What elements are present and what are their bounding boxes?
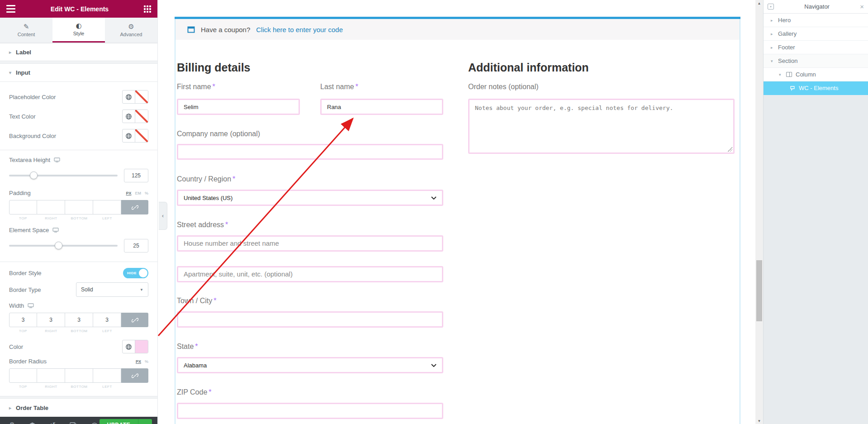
first-name-input[interactable]	[177, 99, 300, 115]
background-color-picker[interactable]	[122, 129, 148, 143]
country-select[interactable]: United States (US)	[177, 190, 443, 206]
unit-switcher: PX EM %	[126, 191, 148, 195]
element-space-slider[interactable]	[9, 245, 118, 247]
color-swatch-empty[interactable]	[135, 129, 148, 142]
globe-icon[interactable]	[123, 129, 135, 142]
padding-top-input[interactable]	[9, 200, 37, 214]
monitor-icon[interactable]	[28, 303, 34, 308]
slider-knob[interactable]	[55, 242, 62, 249]
update-button[interactable]: UPDATE	[100, 419, 138, 424]
tab-content[interactable]: ✎ Content	[0, 18, 52, 43]
close-icon[interactable]: ×	[860, 3, 864, 10]
company-input[interactable]	[177, 144, 443, 160]
street-address-2-input[interactable]	[177, 266, 443, 282]
link-values-button[interactable]	[121, 313, 148, 327]
direction-labels: TOP RIGHT BOTTOM LEFT	[9, 385, 148, 389]
nav-item-column[interactable]: ▾ Column	[764, 68, 868, 81]
nav-item-footer[interactable]: ▸ Footer	[764, 41, 868, 54]
unit-percent[interactable]: %	[145, 191, 148, 195]
element-space-label: Element Space	[9, 227, 59, 233]
link-values-button[interactable]	[121, 200, 148, 214]
zip-input[interactable]	[177, 403, 443, 419]
last-name-input[interactable]	[320, 99, 443, 115]
width-left-input[interactable]	[93, 313, 121, 327]
settings-gear-icon[interactable]: ⚙	[9, 422, 15, 424]
elementor-panel: Edit WC - Elements ✎ Content ◐ Style ⚙ A…	[0, 0, 158, 424]
padding-bottom-input[interactable]	[65, 200, 93, 214]
toggle-knob	[139, 269, 147, 277]
collapse-all-icon[interactable]: ▾	[768, 4, 774, 10]
order-notes-wrap	[468, 99, 735, 154]
width-top-input[interactable]	[9, 313, 37, 327]
required-mark: *	[356, 83, 358, 91]
coupon-link[interactable]: Click here to enter your code	[256, 26, 343, 33]
order-notes-textarea[interactable]	[468, 99, 735, 154]
radius-bottom-input[interactable]	[65, 368, 93, 383]
direction-labels: TOP RIGHT BOTTOM LEFT	[9, 216, 148, 220]
unit-em[interactable]: EM	[135, 191, 141, 195]
radius-left-input[interactable]	[93, 368, 121, 383]
width-bottom-input[interactable]	[65, 313, 93, 327]
border-type-select[interactable]: Solid ▼	[76, 282, 148, 297]
width-right-input[interactable]	[37, 313, 65, 327]
update-options-caret[interactable]: ▲	[138, 419, 152, 424]
responsive-mode-icon[interactable]	[70, 422, 77, 424]
textarea-height-value[interactable]	[124, 169, 148, 182]
text-color-picker[interactable]	[122, 110, 148, 123]
radius-top-input[interactable]	[9, 368, 37, 383]
border-color-picker[interactable]	[122, 340, 148, 353]
required-mark: *	[213, 297, 216, 305]
street-address-1-input[interactable]	[177, 235, 443, 252]
street-address-label: Street address*	[177, 221, 228, 229]
scrollbar-thumb[interactable]	[756, 260, 762, 321]
element-space-value[interactable]	[124, 239, 148, 252]
color-swatch-empty[interactable]	[135, 110, 148, 123]
section-label[interactable]: ▸ Label	[0, 43, 157, 61]
unit-px[interactable]: PX	[136, 359, 141, 364]
menu-icon[interactable]	[6, 5, 15, 13]
nav-item-gallery[interactable]: ▸ Gallery	[764, 27, 868, 41]
padding-label: Padding	[9, 190, 31, 196]
direction-labels: TOP RIGHT BOTTOM LEFT	[9, 329, 148, 333]
navigator-title: Navigator	[774, 3, 860, 10]
coupon-window-icon	[187, 26, 195, 33]
placeholder-color-picker[interactable]	[122, 90, 148, 104]
state-select[interactable]: Alabama	[177, 357, 443, 373]
monitor-icon[interactable]	[54, 157, 60, 162]
textarea-height-slider[interactable]	[9, 175, 118, 176]
preview-scrollbar[interactable]: ▲ ▼	[755, 0, 763, 424]
layers-icon[interactable]	[29, 422, 36, 424]
monitor-icon[interactable]	[52, 228, 59, 233]
padding-left-input[interactable]	[93, 200, 121, 214]
globe-icon[interactable]	[123, 91, 135, 103]
section-order-table[interactable]: ▸ Order Table	[0, 399, 157, 417]
color-swatch-pink[interactable]	[135, 340, 148, 353]
globe-icon[interactable]	[123, 340, 135, 353]
scroll-up-arrow[interactable]: ▲	[755, 0, 763, 6]
border-style-toggle[interactable]: HIDE	[123, 268, 148, 278]
city-input[interactable]	[177, 311, 443, 328]
unit-px[interactable]: PX	[126, 191, 131, 195]
style-contrast-icon: ◐	[76, 23, 81, 29]
apps-grid-icon[interactable]	[144, 5, 151, 13]
navigator-panel: ▾ Navigator × ▸ Hero ▸ Gallery ▸ Footer …	[763, 0, 868, 424]
section-input[interactable]: ▾ Input	[0, 64, 157, 82]
padding-right-input[interactable]	[37, 200, 65, 214]
slider-knob[interactable]	[30, 172, 38, 179]
caret-down-icon: ▼	[140, 288, 143, 292]
scroll-down-arrow[interactable]: ▼	[755, 418, 763, 424]
required-mark: *	[232, 175, 235, 183]
panel-collapse-handle[interactable]: ‹	[159, 202, 167, 230]
link-values-button[interactable]	[121, 368, 148, 383]
nav-item-wc-elements[interactable]: WC - Elements	[764, 81, 868, 95]
history-icon[interactable]: ↺	[50, 422, 56, 424]
nav-item-section[interactable]: ▾ Section	[764, 54, 868, 68]
tab-advanced[interactable]: ⚙ Advanced	[105, 18, 157, 43]
tab-style[interactable]: ◐ Style	[52, 18, 105, 43]
unit-percent[interactable]: %	[145, 359, 148, 364]
state-label: State*	[177, 343, 198, 351]
color-swatch-empty[interactable]	[135, 91, 148, 103]
globe-icon[interactable]	[123, 110, 135, 123]
radius-right-input[interactable]	[37, 368, 65, 383]
nav-item-hero[interactable]: ▸ Hero	[764, 14, 868, 27]
